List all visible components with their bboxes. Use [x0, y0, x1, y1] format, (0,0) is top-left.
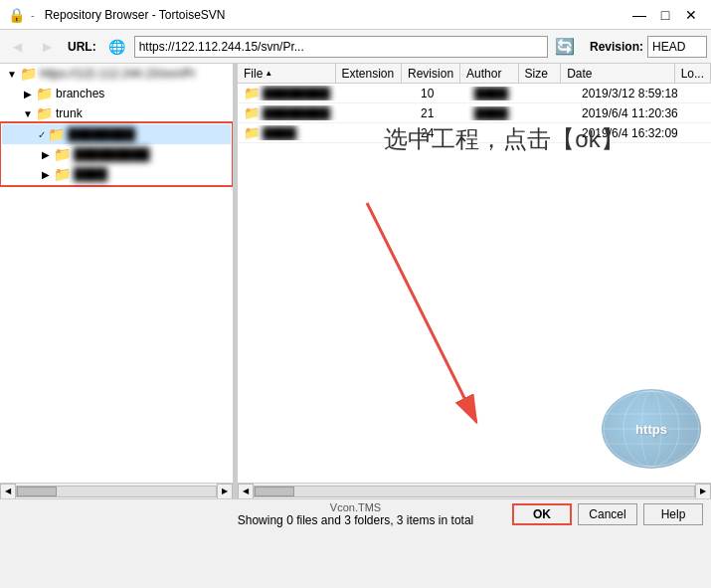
tree-scroll-left[interactable]: ◀ — [0, 484, 16, 499]
tree-panel: ▼ 📁 https://122.112.244.15/svn/Pr ▶ 📁 br… — [0, 64, 234, 498]
toolbar: ◀ ▶ URL: 🌐 🔄 Revision: — [0, 30, 711, 64]
revision-input[interactable] — [647, 36, 707, 58]
col-header-ext[interactable]: Extension — [336, 64, 403, 83]
col-header-size[interactable]: Size — [519, 64, 562, 83]
col-header-author[interactable]: Author — [460, 64, 519, 83]
file-scroll-left[interactable]: ◀ — [238, 484, 254, 499]
sub3-expand-icon[interactable]: ▶ — [38, 166, 54, 182]
row1-rev: 10 — [415, 87, 468, 100]
row2-date: 2019/6/4 11:20:36 — [576, 106, 699, 120]
title-dash: - — [31, 9, 35, 21]
row1-folder-icon: 📁 — [244, 86, 260, 100]
sub2-expand-icon[interactable]: ▶ — [38, 146, 54, 162]
tree-item-branches[interactable]: ▶ 📁 branches — [0, 84, 233, 103]
tree-item-sub1[interactable]: ✓ 📁 ████████ — [2, 124, 231, 144]
col-header-file[interactable]: File ▲ — [238, 64, 336, 83]
file-scroll-track[interactable] — [254, 486, 695, 497]
row1-file: 📁 ████████ — [238, 86, 344, 100]
row1-author: ████ — [468, 87, 531, 100]
app-icon: 🔒 — [8, 7, 25, 23]
sub2-folder-icon: 📁 — [54, 146, 71, 162]
row3-file: 📁 ████ — [238, 125, 344, 140]
tree-root-label: https://122.112.244.15/svn/Pr — [40, 67, 196, 81]
forward-button[interactable]: ▶ — [34, 34, 60, 60]
ok-button[interactable]: OK — [512, 503, 572, 525]
url-label: URL: — [68, 40, 96, 54]
branches-expand-icon[interactable]: ▶ — [20, 86, 36, 101]
trunk-label: trunk — [56, 106, 83, 120]
sub3-label: ████ — [74, 167, 107, 181]
col-header-log[interactable]: Lo... — [675, 64, 711, 83]
status-message: Showing 0 files and 3 folders, 3 items i… — [238, 513, 473, 527]
sub1-label: ████████ — [68, 127, 135, 141]
row2-file: 📁 ████████ — [238, 105, 344, 120]
tree-scrollbar[interactable]: ◀ ▶ — [0, 483, 233, 498]
tree-item-sub2[interactable]: ▶ 📁 █████████ — [2, 144, 231, 164]
root-folder-icon: 📁 — [20, 66, 37, 82]
file-scroll-thumb[interactable] — [255, 487, 294, 496]
row3-folder-icon: 📁 — [244, 125, 260, 140]
row2-folder-icon: 📁 — [244, 105, 260, 120]
check-icon: ✓ — [38, 129, 46, 140]
app-name: Vcon.TMS — [330, 501, 381, 513]
revision-label: Revision: — [590, 40, 643, 54]
trunk-expand-icon[interactable]: ▼ — [20, 105, 36, 121]
col-header-rev[interactable]: Revision — [402, 64, 460, 83]
sub3-folder-icon: 📁 — [54, 166, 71, 182]
table-row[interactable]: 📁 ████ 24 2019/6/4 16:32:09 — [238, 123, 711, 143]
tree-item-root[interactable]: ▼ 📁 https://122.112.244.15/svn/Pr — [0, 64, 233, 84]
tree-scroll-track[interactable] — [16, 486, 217, 497]
status-bar: Vcon.TMS Showing 0 files and 3 folders, … — [0, 498, 711, 528]
tree-item-sub3[interactable]: ▶ 📁 ████ — [2, 164, 231, 184]
file-rows-container: 📁 ████████ 10 ████ 2019/3/12 8:59:18 📁 █… — [238, 84, 711, 498]
branches-folder-icon: 📁 — [36, 86, 53, 101]
file-scroll-right[interactable]: ▶ — [695, 484, 711, 499]
sub2-label: █████████ — [74, 147, 150, 161]
table-row[interactable]: 📁 ████████ 21 ████ 2019/6/4 11:20:36 — [238, 103, 711, 123]
tree-content: ▼ 📁 https://122.112.244.15/svn/Pr ▶ 📁 br… — [0, 64, 233, 483]
branches-label: branches — [56, 87, 104, 100]
title-bar: 🔒 - Repository Browser - TortoiseSVN — □… — [0, 0, 711, 30]
tree-scroll-thumb[interactable] — [17, 487, 57, 496]
window-title: Repository Browser - TortoiseSVN — [45, 8, 226, 22]
row3-date: 2019/6/4 16:32:09 — [576, 126, 699, 140]
tree-item-trunk[interactable]: ▼ 📁 trunk — [0, 103, 233, 123]
help-button[interactable]: Help — [643, 503, 703, 525]
tree-scroll-right[interactable]: ▶ — [217, 484, 233, 499]
row3-rev: 24 — [415, 126, 468, 140]
file-panel: File ▲ Extension Revision Author Size Da… — [238, 64, 711, 498]
root-expand-icon[interactable]: ▼ — [4, 66, 20, 82]
row2-author: ████ — [468, 106, 531, 120]
table-row[interactable]: 📁 ████████ 10 ████ 2019/3/12 8:59:18 — [238, 84, 711, 103]
row2-rev: 21 — [415, 106, 468, 120]
file-column-headers: File ▲ Extension Revision Author Size Da… — [238, 64, 711, 84]
back-button[interactable]: ◀ — [4, 34, 30, 60]
close-button[interactable]: ✕ — [679, 5, 703, 25]
refresh-button[interactable]: 🔄 — [552, 34, 578, 60]
row1-date: 2019/3/12 8:59:18 — [576, 87, 699, 100]
dialog-buttons: OK Cancel Help — [512, 503, 703, 525]
file-sort-icon: ▲ — [265, 69, 272, 78]
url-icon-button[interactable]: 🌐 — [104, 34, 130, 60]
url-input[interactable] — [134, 36, 548, 58]
trunk-folder-icon: 📁 — [36, 105, 53, 121]
file-scrollbar[interactable]: ◀ ▶ — [238, 483, 711, 498]
main-area: ▼ 📁 https://122.112.244.15/svn/Pr ▶ 📁 br… — [0, 64, 711, 498]
minimize-button[interactable]: — — [627, 5, 651, 25]
maximize-button[interactable]: □ — [653, 5, 677, 25]
cancel-button[interactable]: Cancel — [578, 503, 637, 525]
col-header-date[interactable]: Date — [561, 64, 674, 83]
sub1-folder-icon: 📁 — [48, 126, 65, 142]
